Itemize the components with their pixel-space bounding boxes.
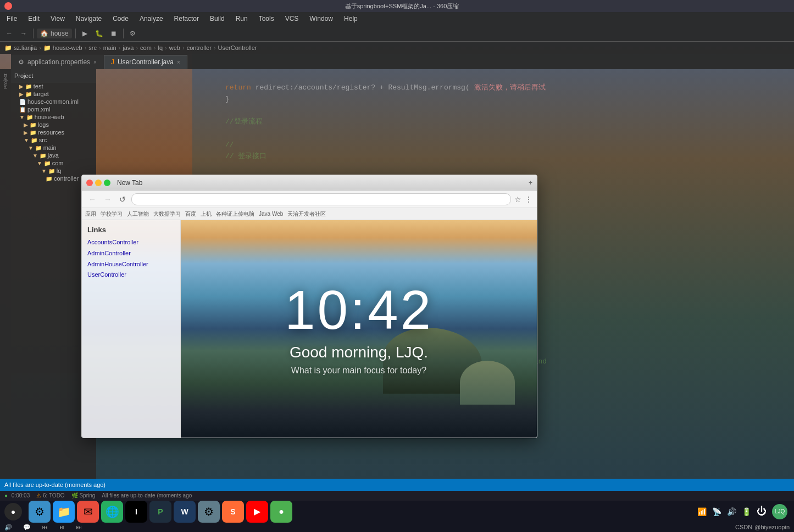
menu-run[interactable]: Run	[234, 14, 250, 24]
menu-refactor[interactable]: Refactor	[172, 14, 201, 24]
tab-user-controller[interactable]: J UserController.java ×	[104, 55, 187, 69]
bookmark-machine[interactable]: 上机	[201, 210, 212, 218]
bookmark-apps[interactable]: 应用	[85, 210, 96, 218]
menu-analyze[interactable]: Analyze	[137, 14, 165, 24]
breadcrumb-web[interactable]: web	[169, 44, 180, 51]
breadcrumb-com[interactable]: com	[140, 44, 152, 51]
taskbar-app-pycharm[interactable]: P	[149, 501, 171, 523]
taskbar-app-webstorm[interactable]: W	[174, 501, 196, 523]
toolbar-debug-btn[interactable]: 🐛	[93, 27, 106, 40]
bookmark-java-web[interactable]: Java Web	[259, 211, 283, 217]
todo-indicator[interactable]: ⚠ 6: TODO	[36, 492, 64, 499]
link-accounts-controller[interactable]: AccountsController	[87, 237, 175, 248]
tree-item-lq[interactable]: ▼ 📁 lq	[11, 167, 96, 175]
tray-audio-icon[interactable]: 🔊	[727, 507, 736, 516]
tree-item-com[interactable]: ▼ 📁 com	[11, 159, 96, 167]
breadcrumb-user-controller[interactable]: UserController	[218, 44, 257, 51]
taskbar-app-intellij[interactable]: I	[125, 501, 147, 523]
tray-network-icon[interactable]: 📶	[697, 507, 707, 516]
window-title: 基于springboot+SSM框架的Ja... - 360压缩	[14, 2, 790, 10]
browser-max-btn[interactable]	[104, 180, 110, 186]
browser-star-btn[interactable]: ☆	[514, 195, 521, 204]
bookmark-dev-community[interactable]: 天治开发者社区	[287, 210, 326, 218]
menu-tools[interactable]: Tools	[257, 14, 276, 24]
media-next-btn[interactable]: ⏭	[76, 524, 82, 530]
power-button[interactable]: ⏻	[757, 506, 767, 517]
taskbar-app-youtube[interactable]: ▶	[246, 501, 268, 523]
toolbar-back-btn[interactable]: ←	[3, 27, 15, 40]
taskbar-app-mail[interactable]: ✉	[77, 501, 99, 523]
toolbar-project[interactable]: 🏠 house	[37, 29, 72, 38]
taskbar-app-sublime[interactable]: S	[222, 501, 244, 523]
taskbar-app-settings[interactable]: ⚙	[29, 501, 51, 523]
tray-wifi-icon[interactable]: 📡	[712, 507, 721, 516]
menu-code[interactable]: Code	[110, 14, 131, 24]
browser-refresh-btn[interactable]: ↺	[117, 194, 128, 205]
tab-close-1[interactable]: ×	[93, 59, 97, 65]
media-prev-btn[interactable]: ⏮	[42, 524, 48, 530]
link-admin-controller[interactable]: AdminController	[87, 248, 175, 259]
taskbar: ● 0:00:03 ⚠ 6: TODO 🌿 Spring All files a…	[0, 491, 794, 532]
tree-item-resources[interactable]: ▶ 📁 resources	[11, 128, 96, 136]
bookmark-certs[interactable]: 各种证上传电脑	[216, 210, 254, 218]
tree-item-house-web[interactable]: ▼ 📁 house-web	[11, 113, 96, 121]
bookmark-study[interactable]: 学校学习	[101, 210, 123, 218]
window-close-btn[interactable]	[4, 2, 12, 10]
browser-popup[interactable]: New Tab + ← → ↺ ☆ ⋮ 应用 学校学习 人工智能 大数据学习 百…	[81, 175, 537, 438]
tray-battery-icon[interactable]: 🔋	[742, 507, 751, 516]
tree-item-test[interactable]: ▶ 📁 test	[11, 82, 96, 90]
menu-window[interactable]: Window	[307, 14, 335, 24]
menu-file[interactable]: File	[4, 14, 19, 24]
tree-item-main[interactable]: ▼ 📁 main	[11, 144, 96, 152]
tab-application-properties[interactable]: ⚙ application.properties ×	[11, 55, 104, 69]
toolbar-run-btn[interactable]: ▶	[79, 27, 91, 40]
browser-address-bar[interactable]	[131, 193, 511, 205]
tab-bar: ⚙ application.properties × J UserControl…	[11, 54, 794, 69]
taskbar-app-files[interactable]: 📁	[53, 501, 75, 523]
taskbar-app-green[interactable]: ●	[270, 501, 292, 523]
tree-item-java[interactable]: ▼ 📁 java	[11, 152, 96, 159]
menu-edit[interactable]: Edit	[26, 14, 42, 24]
tree-item-src[interactable]: ▼ 📁 src	[11, 136, 96, 144]
browser-forward-btn[interactable]: →	[102, 194, 114, 205]
menu-build[interactable]: Build	[208, 14, 227, 24]
menu-vcs[interactable]: VCS	[283, 14, 301, 24]
toolbar-settings-btn[interactable]: ⚙	[127, 27, 139, 40]
link-admin-house-controller[interactable]: AdminHouseController	[87, 259, 175, 270]
bookmark-bigdata[interactable]: 大数据学习	[153, 210, 181, 218]
taskbar-app-browser[interactable]: 🌐	[101, 501, 123, 523]
breadcrumb-controller[interactable]: controller	[187, 44, 212, 51]
tree-item-target[interactable]: ▶ 📁 target	[11, 90, 96, 98]
browser-back-btn[interactable]: ←	[86, 194, 98, 205]
browser-close-btn[interactable]	[86, 180, 93, 186]
link-user-controller[interactable]: UserController	[87, 270, 175, 281]
bookmark-ai[interactable]: 人工智能	[127, 210, 149, 218]
browser-min-btn[interactable]	[95, 180, 102, 186]
taskbar-chat-btn[interactable]: 💬	[23, 524, 31, 531]
menu-view[interactable]: View	[48, 14, 67, 24]
tree-item-logs[interactable]: ▶ 📁 logs	[11, 121, 96, 128]
breadcrumb-main[interactable]: main	[103, 44, 116, 51]
taskbar-app-gear[interactable]: ⚙	[198, 501, 220, 523]
breadcrumb-sz-lianjia[interactable]: 📁 sz.lianjia	[4, 44, 37, 52]
breadcrumb-src[interactable]: src	[88, 44, 97, 51]
breadcrumb-java[interactable]: java	[123, 44, 134, 51]
toolbar-fwd-btn[interactable]: →	[18, 27, 30, 40]
menu-navigate[interactable]: Navigate	[74, 14, 104, 24]
tree-item-house-common[interactable]: 📄 house-common.iml	[11, 98, 96, 105]
sidebar-project-label[interactable]: Project	[2, 71, 9, 91]
breadcrumb-lq[interactable]: lq	[158, 44, 163, 51]
tree-item-pom[interactable]: 📋 pom.xml	[11, 105, 96, 113]
next-track-icon: ⏭	[76, 524, 82, 530]
browser-menu-btn[interactable]: ⋮	[525, 195, 532, 204]
user-avatar[interactable]: LJQ	[772, 504, 787, 519]
taskbar-volume-btn[interactable]: 🔊	[4, 524, 12, 531]
menu-help[interactable]: Help	[342, 14, 360, 24]
bookmark-baidu[interactable]: 百度	[185, 210, 196, 218]
browser-new-tab-btn[interactable]: +	[529, 179, 532, 187]
toolbar-stop-btn[interactable]: ⏹	[108, 27, 120, 40]
spring-indicator[interactable]: 🌿 Spring	[71, 492, 96, 499]
tab-close-2[interactable]: ×	[177, 59, 180, 65]
breadcrumb-house-web[interactable]: 📁 house-web	[43, 44, 82, 52]
media-play-btn[interactable]: ⏯	[59, 524, 65, 530]
